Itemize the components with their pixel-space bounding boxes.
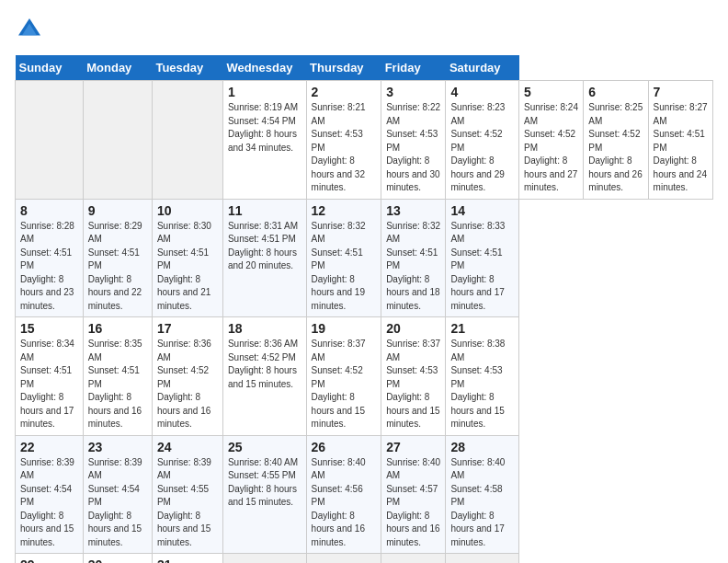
empty-cell [16,81,84,200]
day-cell-23: 23 Sunrise: 8:39 AMSunset: 4:54 PMDaylig… [83,435,152,554]
day-cell-30: 30 Sunrise: 8:41 AMSunset: 4:59 PMDaylig… [83,554,152,564]
page-header [15,15,713,44]
day-cell-24: 24 Sunrise: 8:39 AMSunset: 4:55 PMDaylig… [152,435,222,554]
day-number: 31 [157,557,218,563]
day-detail: Sunrise: 8:40 AMSunset: 4:55 PMDaylight:… [228,456,301,510]
day-cell-16: 16 Sunrise: 8:35 AMSunset: 4:51 PMDaylig… [83,317,152,436]
day-detail: Sunrise: 8:29 AMSunset: 4:51 PMDaylight:… [88,220,147,314]
day-detail: Sunrise: 8:39 AMSunset: 4:54 PMDaylight:… [20,456,78,550]
day-cell-20: 20 Sunrise: 8:37 AMSunset: 4:53 PMDaylig… [381,317,446,436]
day-cell-11: 11 Sunrise: 8:31 AMSunset: 4:51 PMDaylig… [222,199,306,317]
weekday-header-wednesday: Wednesday [222,55,306,81]
day-detail: Sunrise: 8:19 AMSunset: 4:54 PMDaylight:… [228,101,301,155]
day-cell-5: 5 Sunrise: 8:24 AMSunset: 4:52 PMDayligh… [519,81,584,200]
day-number: 22 [20,440,78,454]
day-cell-15: 15 Sunrise: 8:34 AMSunset: 4:51 PMDaylig… [16,317,84,436]
day-number: 11 [228,203,301,218]
day-number: 7 [654,85,708,99]
day-cell-12: 12 Sunrise: 8:32 AMSunset: 4:51 PMDaylig… [306,199,381,317]
day-cell-9: 9 Sunrise: 8:29 AMSunset: 4:51 PMDayligh… [83,199,152,317]
day-cell-26: 26 Sunrise: 8:40 AMSunset: 4:56 PMDaylig… [306,435,381,554]
day-detail: Sunrise: 8:31 AMSunset: 4:51 PMDaylight:… [228,220,301,273]
weekday-header-monday: Monday [83,55,152,81]
day-detail: Sunrise: 8:33 AMSunset: 4:51 PMDaylight:… [450,220,514,314]
day-detail: Sunrise: 8:32 AMSunset: 4:51 PMDaylight:… [312,220,377,314]
day-number: 3 [386,85,440,99]
day-number: 19 [312,321,377,336]
day-detail: Sunrise: 8:21 AMSunset: 4:53 PMDaylight:… [312,101,377,195]
day-detail: Sunrise: 8:34 AMSunset: 4:51 PMDaylight:… [20,338,78,431]
day-number: 29 [20,557,78,563]
empty-cell [446,554,519,564]
weekday-header-friday: Friday [381,55,446,81]
day-number: 12 [312,203,377,218]
day-detail: Sunrise: 8:40 AMSunset: 4:56 PMDaylight:… [312,456,377,550]
day-number: 4 [450,85,514,99]
day-detail: Sunrise: 8:27 AMSunset: 4:51 PMDaylight:… [654,101,708,195]
day-detail: Sunrise: 8:40 AMSunset: 4:57 PMDaylight:… [386,456,440,550]
day-detail: Sunrise: 8:35 AMSunset: 4:51 PMDaylight:… [88,338,147,431]
weekday-header-sunday: Sunday [16,55,84,81]
day-detail: Sunrise: 8:40 AMSunset: 4:58 PMDaylight:… [450,456,514,550]
day-number: 17 [157,321,218,336]
day-cell-29: 29 Sunrise: 8:41 AMSunset: 4:58 PMDaylig… [16,554,84,564]
calendar-week-3: 15 Sunrise: 8:34 AMSunset: 4:51 PMDaylig… [16,317,713,436]
day-number: 9 [88,203,147,218]
day-detail: Sunrise: 8:30 AMSunset: 4:51 PMDaylight:… [157,220,218,314]
day-cell-13: 13 Sunrise: 8:32 AMSunset: 4:51 PMDaylig… [381,199,446,317]
day-detail: Sunrise: 8:28 AMSunset: 4:51 PMDaylight:… [20,220,78,314]
day-detail: Sunrise: 8:24 AMSunset: 4:52 PMDaylight:… [524,101,578,195]
day-number: 1 [228,85,301,99]
day-number: 5 [524,85,578,99]
day-number: 23 [88,440,147,454]
day-number: 18 [228,321,301,336]
day-number: 8 [20,203,78,218]
empty-cell [381,554,446,564]
weekday-header-thursday: Thursday [306,55,381,81]
day-detail: Sunrise: 8:25 AMSunset: 4:52 PMDaylight:… [588,101,643,195]
empty-cell [306,554,381,564]
day-cell-18: 18 Sunrise: 8:36 AMSunset: 4:52 PMDaylig… [222,317,306,436]
calendar-week-4: 22 Sunrise: 8:39 AMSunset: 4:54 PMDaylig… [16,435,713,554]
empty-cell [83,81,152,200]
day-number: 30 [88,557,147,563]
day-cell-22: 22 Sunrise: 8:39 AMSunset: 4:54 PMDaylig… [16,435,84,554]
day-cell-10: 10 Sunrise: 8:30 AMSunset: 4:51 PMDaylig… [152,199,222,317]
day-cell-4: 4 Sunrise: 8:23 AMSunset: 4:52 PMDayligh… [446,81,519,200]
day-cell-3: 3 Sunrise: 8:22 AMSunset: 4:53 PMDayligh… [381,81,446,200]
day-cell-17: 17 Sunrise: 8:36 AMSunset: 4:52 PMDaylig… [152,317,222,436]
day-number: 16 [88,321,147,336]
day-number: 24 [157,440,218,454]
day-detail: Sunrise: 8:36 AMSunset: 4:52 PMDaylight:… [157,338,218,431]
day-number: 14 [450,203,514,218]
day-detail: Sunrise: 8:22 AMSunset: 4:53 PMDaylight:… [386,101,440,195]
day-detail: Sunrise: 8:32 AMSunset: 4:51 PMDaylight:… [386,220,440,314]
day-cell-7: 7 Sunrise: 8:27 AMSunset: 4:51 PMDayligh… [648,81,712,200]
day-detail: Sunrise: 8:37 AMSunset: 4:53 PMDaylight:… [386,338,440,431]
day-cell-25: 25 Sunrise: 8:40 AMSunset: 4:55 PMDaylig… [222,435,306,554]
day-number: 21 [450,321,514,336]
logo [15,15,48,44]
day-cell-19: 19 Sunrise: 8:37 AMSunset: 4:52 PMDaylig… [306,317,381,436]
weekday-header-tuesday: Tuesday [152,55,222,81]
day-cell-6: 6 Sunrise: 8:25 AMSunset: 4:52 PMDayligh… [584,81,648,200]
day-cell-14: 14 Sunrise: 8:33 AMSunset: 4:51 PMDaylig… [446,199,519,317]
calendar-week-2: 8 Sunrise: 8:28 AMSunset: 4:51 PMDayligh… [16,199,713,317]
day-cell-31: 31 Sunrise: 8:41 AMSunset: 5:00 PMDaylig… [152,554,222,564]
day-detail: Sunrise: 8:39 AMSunset: 4:54 PMDaylight:… [88,456,147,550]
day-number: 27 [386,440,440,454]
empty-cell [152,81,222,200]
day-detail: Sunrise: 8:39 AMSunset: 4:55 PMDaylight:… [157,456,218,550]
day-number: 15 [20,321,78,336]
day-cell-21: 21 Sunrise: 8:38 AMSunset: 4:53 PMDaylig… [446,317,519,436]
day-number: 13 [386,203,440,218]
day-detail: Sunrise: 8:38 AMSunset: 4:53 PMDaylight:… [450,338,514,431]
day-number: 28 [450,440,514,454]
calendar-week-5: 29 Sunrise: 8:41 AMSunset: 4:58 PMDaylig… [16,554,713,564]
weekday-header-saturday: Saturday [446,55,519,81]
day-number: 25 [228,440,301,454]
calendar-table: SundayMondayTuesdayWednesdayThursdayFrid… [15,55,713,563]
day-cell-28: 28 Sunrise: 8:40 AMSunset: 4:58 PMDaylig… [446,435,519,554]
day-cell-2: 2 Sunrise: 8:21 AMSunset: 4:53 PMDayligh… [306,81,381,200]
logo-icon [15,15,44,44]
